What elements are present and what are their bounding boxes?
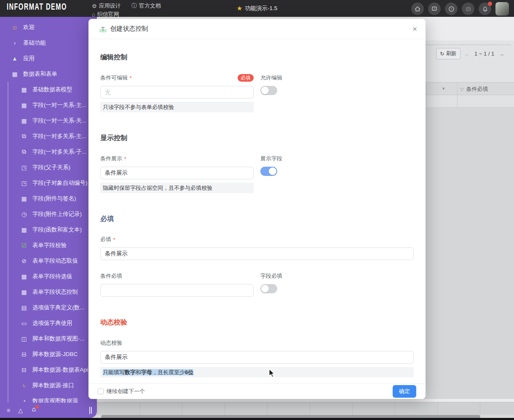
sidebar-item-icon: ▦	[20, 226, 28, 233]
notifications-button[interactable]	[479, 3, 491, 15]
sidebar-item-icon: ◳	[20, 180, 28, 186]
show-field-toggle[interactable]	[260, 167, 277, 176]
nav-official-site[interactable]: ⌂ 织信官网	[92, 11, 119, 18]
sidebar-item[interactable]: ♄ 脚本数据源-接口	[0, 377, 97, 393]
sidebar-item-label: 选项值字典定义(数...	[32, 304, 90, 311]
nav-app-design[interactable]: ⚙ 应用设计	[92, 2, 121, 10]
sidebar-item-icon: ☑	[20, 242, 28, 249]
menu-icon[interactable]: ≡	[7, 407, 10, 414]
sidebar-item[interactable]: ◷ 字段(附件上传记录)	[0, 206, 97, 222]
required-input[interactable]	[100, 247, 414, 260]
refresh-label: 刷新	[446, 50, 457, 57]
sidebar-item-icon: ▦	[11, 71, 19, 77]
field-label-dynamic-validation: 动态校验	[100, 339, 414, 347]
info-icon: ⓘ	[131, 2, 137, 10]
table-row	[97, 402, 514, 415]
dynamic-validation-input[interactable]	[100, 351, 414, 364]
sidebar-item[interactable]: ◔ 数据库视图数据源	[0, 393, 97, 403]
confirm-button[interactable]: 确定	[393, 385, 416, 398]
table-bottom-edge	[97, 399, 514, 402]
sidebar-item[interactable]: ◳ 字段(父子关系)	[0, 159, 97, 175]
sidebar-item[interactable]: ⊟ 脚本数据源-数据表Api	[0, 362, 97, 377]
sidebar-item-icon: ◷	[20, 211, 28, 218]
help-text-readonly: 只读字段不参与表单必填校验	[100, 102, 254, 112]
sidebar-item[interactable]: ☑ 表单字段校验	[0, 237, 97, 253]
notification-dot	[35, 405, 39, 409]
create-state-control-dialog: T 创建状态控制 × 编辑控制 条件可编辑 * 必填 只读字段不参与表单必填校验…	[88, 19, 426, 399]
sidebar-item[interactable]: ◳ 字段(子对象自动编号)	[0, 175, 97, 191]
sidebar-item-label: 表单字段校验	[32, 242, 90, 249]
svg-text:?: ?	[434, 8, 435, 10]
sidebar: ☺ 欢迎 › 基础功能 ▲ 应用 › ▦ 数据表和表单 ⌄ ▦ 基础数据表模型 …	[0, 17, 97, 418]
horizontal-scrollbar	[97, 415, 514, 418]
sidebar-item-label: 字段(函数和富文本)	[32, 226, 90, 234]
sidebar-item[interactable]: › 基础功能	[0, 35, 97, 51]
sidebar-item[interactable]: ☺ 欢迎	[0, 19, 97, 35]
sidebar-item[interactable]: ▦ 字段(函数和富文本)	[0, 222, 97, 237]
sidebar-item[interactable]: ▭ 选项值字典使用	[0, 315, 97, 331]
workspace-switcher[interactable]: ★ 功能演示-1.5	[237, 5, 278, 12]
allow-edit-toggle[interactable]	[260, 86, 277, 95]
bell-icon	[482, 6, 488, 12]
sidebar-item[interactable]: ▤ 选项值字典定义(数...	[0, 300, 97, 315]
sidebar-item-label: 字段(一对多关系-主...	[32, 133, 90, 140]
required-badge: 必填	[238, 74, 254, 82]
topbar: INFORMAT DEMO ⚙ 应用设计 ⓘ 官方文档 ⌂ 织信官网 ★ 功能演…	[0, 0, 514, 17]
topbar-actions: ? ?	[411, 2, 509, 16]
field-label-conditional-display: 条件展示 *	[100, 155, 254, 162]
robot-icon	[465, 6, 471, 12]
column-header[interactable]: ▽ 条件必填	[460, 85, 488, 93]
nav-official-docs[interactable]: ⓘ 官方文档	[131, 2, 161, 10]
sidebar-item[interactable]: ▦ 字段(一对一关系-主...	[0, 97, 97, 113]
sidebar-item[interactable]: ▦ 表单字段状态控制	[0, 284, 97, 300]
sidebar-item[interactable]: ▦ 基础数据表模型	[0, 82, 97, 97]
sidebar-item-icon: ⊟	[20, 351, 28, 358]
home-button[interactable]	[411, 3, 424, 15]
nav-label: 应用设计	[99, 2, 121, 10]
nav-label: 织信官网	[97, 11, 119, 18]
prev-page-icon[interactable]: ←	[464, 51, 470, 57]
sidebar-item-icon: ⊟	[20, 367, 28, 373]
sidebar-item[interactable]: ▦ 数据表和表单 ⌄	[0, 66, 97, 82]
column-dropdown-icon[interactable]: ▾	[442, 86, 445, 91]
conditional-required-input[interactable]	[100, 284, 254, 297]
required-asterisk: *	[113, 237, 115, 243]
continue-create-checkbox[interactable]	[98, 388, 104, 394]
assistant-button[interactable]	[462, 3, 474, 15]
sidebar-item[interactable]: ▦ 字段(附件与签名)	[0, 191, 97, 206]
conditional-editable-input[interactable]	[100, 86, 254, 98]
avatar[interactable]	[495, 2, 509, 16]
sidebar-item[interactable]: ▦ 表单字段待选值	[0, 268, 97, 284]
window-edge	[0, 418, 514, 420]
collapse-panel-icon[interactable]	[89, 407, 90, 414]
dialog-footer: 继续创建下一个 确定	[88, 383, 426, 399]
sidebar-item[interactable]: ▲ 应用 ›	[0, 51, 97, 66]
sidebar-item-icon: ▦	[20, 86, 28, 93]
refresh-button[interactable]: ↻ 刷新	[436, 48, 460, 59]
feedback-button[interactable]: ?	[428, 3, 441, 15]
text-field-icon: T	[99, 26, 107, 32]
field-required-toggle[interactable]	[260, 284, 277, 293]
bell-icon[interactable]	[31, 407, 37, 414]
alert-triangle-icon[interactable]: △	[18, 407, 23, 414]
home-icon: ⌂	[92, 11, 95, 18]
refresh-icon: ↻	[440, 51, 444, 57]
sidebar-item[interactable]: ⧉ 字段(一对多关系-主...	[0, 128, 97, 144]
nav-label: 官方文档	[139, 2, 161, 10]
close-icon[interactable]: ×	[412, 25, 417, 33]
sidebar-item-label: 基础数据表模型	[32, 86, 90, 93]
next-page-icon[interactable]: →	[498, 51, 504, 57]
sidebar-item[interactable]: ▦ 字段(一对一关系-关...	[0, 113, 97, 128]
sidebar-item-icon: ◫	[20, 335, 28, 342]
sidebar-item[interactable]: ◫ 脚本和数据库视图-...	[0, 331, 97, 346]
scrollbar-thumb[interactable]	[101, 415, 480, 418]
help-button[interactable]: ?	[445, 3, 458, 15]
sidebar-item-icon: ▦	[20, 273, 28, 280]
sidebar-item[interactable]: ⧉ 字段(一对多关系-子...	[0, 144, 97, 159]
required-asterisk: *	[129, 75, 131, 81]
sidebar-item[interactable]: ⊟ 脚本数据源-JDBC	[0, 346, 97, 362]
sidebar-item[interactable]: ⊘ 表单字段动态取值	[0, 253, 97, 268]
pagination-text: 1 ~ 1 / 1	[474, 51, 494, 57]
sidebar-menu: ☺ 欢迎 › 基础功能 ▲ 应用 › ▦ 数据表和表单 ⌄ ▦ 基础数据表模型 …	[0, 19, 97, 403]
conditional-display-input[interactable]	[100, 167, 254, 179]
